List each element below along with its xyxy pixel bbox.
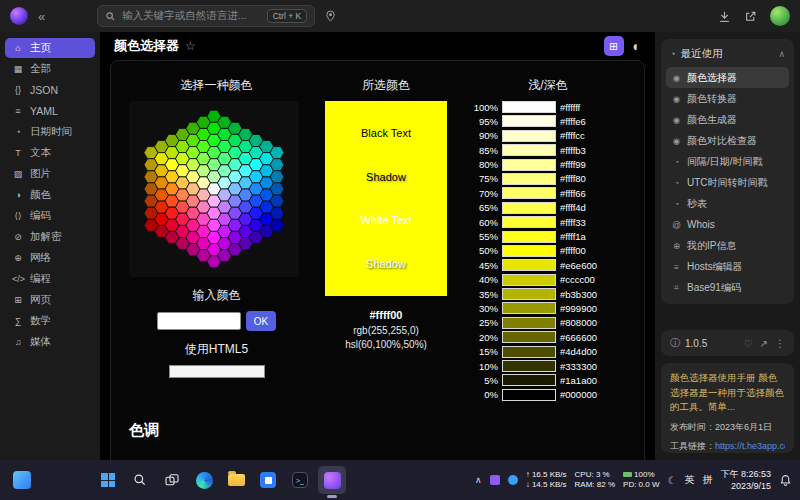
shade-row[interactable]: 80%#ffff99: [468, 159, 628, 171]
shade-row[interactable]: 95%#ffffe6: [468, 115, 628, 127]
recent-item[interactable]: ◉颜色生成器: [666, 109, 789, 130]
recent-item[interactable]: ◉颜色对比检查器: [666, 130, 789, 151]
sidebar-item-crypto[interactable]: ⊘加解密: [5, 227, 95, 247]
taskbar-search-button[interactable]: [126, 466, 154, 494]
shade-row[interactable]: 55%#ffff1a: [468, 231, 628, 243]
store-button[interactable]: [254, 466, 282, 494]
ok-button[interactable]: OK: [246, 311, 276, 331]
sidebar-item-home[interactable]: ⌂主页: [5, 38, 95, 58]
net-up-speed: ↑ 16.5 KB/s: [526, 470, 567, 480]
recent-card: ◔ 最近使用 ∧ ◉颜色选择器◉颜色转换器◉颜色生成器◉颜色对比检查器◔间隔/日…: [661, 39, 794, 304]
share-icon[interactable]: ↗: [760, 338, 768, 349]
sidebar-item-datetime[interactable]: ◔日期时间: [5, 122, 95, 142]
share-icon[interactable]: [744, 10, 757, 23]
tool-panel: 选择一种颜色 输入颜色 OK 使用HTML5: [110, 60, 645, 460]
he3-app-button[interactable]: [318, 466, 346, 494]
shade-row[interactable]: 65%#ffff4d: [468, 202, 628, 214]
more-icon[interactable]: ⋮: [775, 338, 785, 349]
download-icon[interactable]: [718, 10, 731, 23]
recent-item[interactable]: @Whois: [666, 214, 789, 235]
recent-item[interactable]: ≡Hosts编辑器: [666, 256, 789, 277]
location-pin-button[interactable]: [325, 10, 336, 23]
file-explorer-button[interactable]: [222, 466, 250, 494]
network-speed-widget[interactable]: ↑ 16.5 KB/s ↓ 14.5 KB/s: [526, 470, 567, 491]
shade-row[interactable]: 90%#ffffcc: [468, 130, 628, 142]
terminal-button[interactable]: >_: [286, 466, 314, 494]
sidebar-item-web[interactable]: ⊞网页: [5, 290, 95, 310]
sidebar-item-image[interactable]: ▨图片: [5, 164, 95, 184]
battery-widget[interactable]: 100% PD: 0.0 W: [623, 470, 659, 491]
ime-language-indicator[interactable]: 英: [684, 473, 694, 487]
shade-row[interactable]: 35%#b3b300: [468, 288, 628, 300]
sidebar-item-label: 网络: [30, 251, 51, 265]
shade-row[interactable]: 30%#999900: [468, 302, 628, 314]
clock-widget[interactable]: 下午 8:26:53 2023/9/15: [720, 468, 771, 492]
sidebar-item-network[interactable]: ⊕网络: [5, 248, 95, 268]
collapse-sidebar-icon[interactable]: «: [38, 9, 45, 24]
shade-row[interactable]: 10%#333300: [468, 360, 628, 372]
sidebar-item-color[interactable]: ◑颜色: [5, 185, 95, 205]
shade-row[interactable]: 5%#1a1a00: [468, 374, 628, 386]
recent-header[interactable]: ◔ 最近使用 ∧: [666, 45, 789, 67]
sidebar-item-math[interactable]: ∑数学: [5, 311, 95, 331]
hex-cell[interactable]: [270, 195, 284, 207]
hex-cell[interactable]: [270, 183, 284, 195]
recent-item[interactable]: ◔间隔/日期/时间戳: [666, 151, 789, 172]
hex-color-picker[interactable]: [129, 101, 299, 277]
user-avatar[interactable]: [770, 6, 790, 26]
shade-row[interactable]: 15%#4d4d00: [468, 346, 628, 358]
ime-method-indicator[interactable]: 拼: [702, 473, 712, 487]
sidebar-item-yaml[interactable]: ≡YAML: [5, 101, 95, 121]
recent-item[interactable]: ◔秒表: [666, 193, 789, 214]
html5-color-input[interactable]: [169, 365, 265, 378]
tray-chevron-icon[interactable]: ∧: [475, 475, 482, 485]
color-input[interactable]: [157, 312, 241, 330]
sidebar-item-json[interactable]: {}JSON: [5, 80, 95, 100]
hex-cell[interactable]: [270, 171, 284, 183]
shade-row[interactable]: 60%#ffff33: [468, 216, 628, 228]
recent-item[interactable]: ◉颜色选择器: [666, 67, 789, 88]
app-logo-icon[interactable]: [10, 7, 28, 25]
shade-row[interactable]: 45%#e6e600: [468, 259, 628, 271]
global-search[interactable]: 输入关键字或自然语言进... Ctrl + K: [97, 5, 315, 27]
recent-item[interactable]: ⊕我的IP信息: [666, 235, 789, 256]
favorite-star-icon[interactable]: ☆: [185, 39, 196, 53]
start-button[interactable]: [94, 466, 122, 494]
shade-row[interactable]: 40%#cccc00: [468, 274, 628, 286]
sidebar-item-text[interactable]: T文本: [5, 143, 95, 163]
recent-item[interactable]: ◔UTC时间转时间戳: [666, 172, 789, 193]
cpu-ram-widget[interactable]: CPU: 3 % RAM: 82 %: [575, 470, 615, 491]
sidebar-item-all[interactable]: ▦全部: [5, 59, 95, 79]
notification-button[interactable]: [779, 474, 792, 487]
widgets-button[interactable]: [8, 466, 36, 494]
sidebar-item-media[interactable]: ♫媒体: [5, 332, 95, 352]
shade-row[interactable]: 70%#ffff66: [468, 187, 628, 199]
tray-app-icon[interactable]: [508, 475, 518, 485]
shade-row[interactable]: 20%#666600: [468, 331, 628, 343]
hex-cell[interactable]: [270, 159, 284, 171]
browser-icon: ⊞: [12, 295, 24, 305]
hex-cell[interactable]: [270, 219, 284, 231]
shade-percent: 85%: [468, 145, 498, 156]
hex-cell[interactable]: [270, 147, 284, 159]
tray-app-icon[interactable]: [490, 475, 500, 485]
shade-row[interactable]: 25%#808000: [468, 317, 628, 329]
shade-row[interactable]: 50%#ffff00: [468, 245, 628, 257]
tool-accent-button[interactable]: ⊞: [604, 36, 624, 56]
tool-link[interactable]: https://t.he3app.co...: [715, 441, 785, 451]
hex-cell[interactable]: [270, 207, 284, 219]
recent-item[interactable]: ⌗Base91编码: [666, 277, 789, 298]
shade-row[interactable]: 0%#000000: [468, 389, 628, 401]
shade-row[interactable]: 85%#ffffb3: [468, 144, 628, 156]
shade-row[interactable]: 100%#ffffff: [468, 101, 628, 113]
edge-button[interactable]: [190, 466, 218, 494]
task-view-button[interactable]: [158, 466, 186, 494]
like-icon[interactable]: ♡: [744, 338, 753, 349]
task-view-icon: [164, 472, 180, 488]
night-light-icon[interactable]: ☾: [668, 475, 677, 486]
sidebar-item-programming[interactable]: </>编程: [5, 269, 95, 289]
shade-row[interactable]: 75%#ffff80: [468, 173, 628, 185]
theme-toggle[interactable]: ◐: [633, 38, 641, 54]
recent-item[interactable]: ◉颜色转换器: [666, 88, 789, 109]
sidebar-item-encode[interactable]: ⟨⟩编码: [5, 206, 95, 226]
